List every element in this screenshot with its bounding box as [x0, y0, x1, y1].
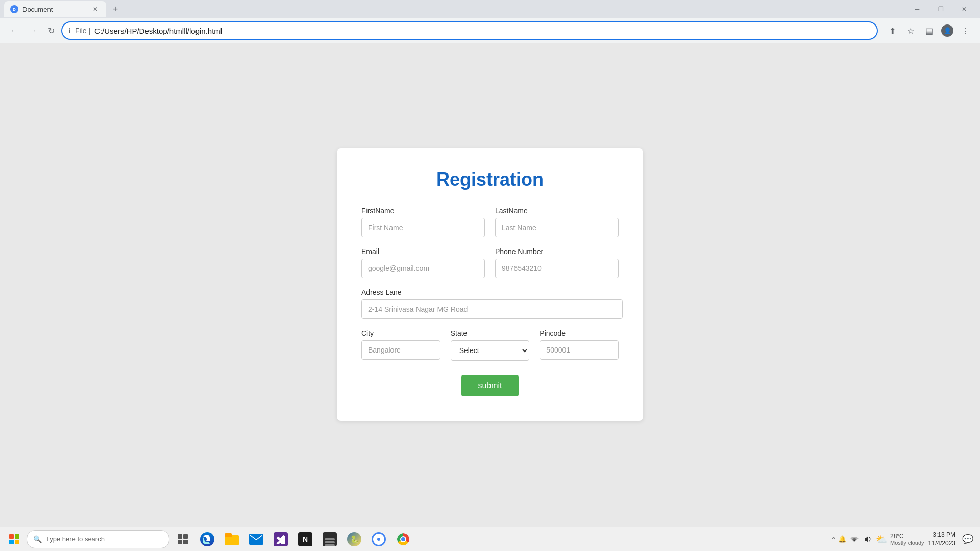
weather-widget: 🔔	[838, 535, 846, 543]
first-name-group: FirstName	[361, 207, 485, 237]
form-title: Registration	[361, 169, 619, 190]
taskbar-vscode-icon[interactable]	[270, 528, 292, 550]
phone-label: Phone Number	[495, 247, 619, 256]
city-input[interactable]	[361, 340, 440, 360]
city-label: City	[361, 329, 440, 337]
temperature: 28°C	[890, 533, 924, 540]
city-state-pincode-row: City State Select Andhra Pradesh Karnata…	[361, 329, 619, 361]
tab-close-button[interactable]: ✕	[91, 5, 100, 14]
taskbar-chrome-icon-1[interactable]	[368, 528, 390, 550]
sidebar-icon[interactable]: ▤	[921, 22, 937, 39]
minimize-button[interactable]: ─	[905, 0, 929, 18]
registration-form-card: Registration FirstName LastName Email Ph…	[337, 148, 643, 421]
bookmark-icon[interactable]: ☆	[902, 22, 919, 39]
maximize-button[interactable]: ❐	[929, 0, 952, 18]
url-text: C:/Users/HP/Desktop/htmlll/login.html	[94, 27, 871, 35]
taskbar-notepad-icon[interactable]: N	[294, 528, 316, 550]
tab-title: Document	[22, 6, 53, 13]
address-group: Adress Lane	[361, 288, 619, 319]
svg-text:D: D	[13, 7, 16, 12]
last-name-input[interactable]	[495, 218, 619, 237]
windows-logo	[9, 534, 19, 544]
taskbar-search-icon: 🔍	[33, 535, 42, 543]
name-row: FirstName LastName	[361, 207, 619, 237]
submit-row: submit	[361, 375, 619, 396]
phone-group: Phone Number	[495, 247, 619, 278]
share-icon[interactable]: ⬆	[884, 22, 900, 39]
system-clock[interactable]: 3:13 PM 11/4/2023	[928, 531, 955, 548]
toolbar-right: ⬆ ☆ ▤ 👤 ⋮	[884, 22, 974, 39]
security-icon: ℹ	[68, 27, 71, 35]
weather-description: Mostly cloudy	[890, 540, 924, 546]
pincode-label: Pincode	[540, 329, 619, 337]
task-view-button[interactable]	[172, 528, 194, 550]
svg-rect-3	[183, 534, 188, 539]
taskbar-right: ^ 🔔 ⛅ 28°C Mostly cloudy	[832, 531, 976, 548]
weather-info: ⛅ 28°C Mostly cloudy	[876, 533, 924, 546]
state-group: State Select Andhra Pradesh Karnataka Ta…	[451, 329, 530, 361]
address-row: Adress Lane	[361, 288, 619, 319]
taskbar-dark-app-icon[interactable]	[318, 528, 341, 550]
network-icon[interactable]	[849, 534, 860, 544]
window-controls: ─ ❐ ✕	[905, 0, 976, 18]
tray-expand-button[interactable]: ^	[832, 536, 835, 543]
notification-center-button[interactable]: 💬	[960, 531, 976, 547]
close-button[interactable]: ✕	[952, 0, 976, 18]
refresh-button[interactable]: ↻	[43, 22, 59, 39]
last-name-label: LastName	[495, 207, 619, 215]
start-button[interactable]	[4, 529, 24, 549]
clock-time: 3:13 PM	[928, 531, 955, 539]
last-name-group: LastName	[495, 207, 619, 237]
browser-toolbar: ← → ↻ ℹ File | C:/Users/HP/Desktop/htmll…	[0, 18, 980, 43]
state-select[interactable]: Select Andhra Pradesh Karnataka Tamil Na…	[451, 340, 530, 361]
volume-icon[interactable]	[863, 534, 873, 544]
first-name-label: FirstName	[361, 207, 485, 215]
email-label: Email	[361, 247, 485, 256]
city-group: City	[361, 329, 440, 361]
new-tab-button[interactable]: +	[108, 2, 122, 16]
forward-button[interactable]: →	[24, 22, 41, 39]
taskbar-chrome-icon-2[interactable]	[392, 528, 414, 550]
svg-rect-4	[178, 540, 182, 544]
email-input[interactable]	[361, 259, 485, 278]
taskbar-edge-icon[interactable]	[196, 528, 218, 550]
page-content: Registration FirstName LastName Email Ph…	[0, 43, 980, 527]
email-phone-row: Email Phone Number	[361, 247, 619, 278]
start-square-4	[15, 540, 19, 544]
taskbar-search-bar[interactable]: 🔍 Type here to search	[27, 530, 169, 548]
svg-rect-2	[178, 534, 182, 539]
browser-tab[interactable]: D Document ✕	[4, 1, 106, 17]
menu-icon[interactable]: ⋮	[958, 22, 974, 39]
state-label: State	[451, 329, 530, 337]
start-square-1	[9, 534, 14, 539]
svg-rect-5	[183, 540, 188, 544]
taskbar-python-icon[interactable]: 🐍	[343, 528, 365, 550]
email-group: Email	[361, 247, 485, 278]
taskbar-file-explorer-icon[interactable]	[220, 528, 243, 550]
address-bar[interactable]: ℹ File | C:/Users/HP/Desktop/htmlll/logi…	[61, 21, 878, 40]
title-bar: D Document ✕ + ─ ❐ ✕	[0, 0, 980, 18]
browser-chrome: D Document ✕ + ─ ❐ ✕ ← → ↻ ℹ File | C:/U…	[0, 0, 980, 43]
taskbar-mail-icon[interactable]	[245, 528, 267, 550]
taskbar: 🔍 Type here to search	[0, 527, 980, 551]
taskbar-search-text: Type here to search	[46, 535, 105, 543]
start-square-3	[9, 540, 14, 544]
first-name-input[interactable]	[361, 218, 485, 237]
notification-icon: 🔔	[838, 535, 846, 543]
back-button[interactable]: ←	[6, 22, 22, 39]
submit-button[interactable]: submit	[461, 375, 518, 396]
pincode-group: Pincode	[540, 329, 619, 361]
address-label: Adress Lane	[361, 288, 619, 296]
phone-input[interactable]	[495, 259, 619, 278]
tab-favicon: D	[10, 5, 18, 13]
pincode-input[interactable]	[540, 340, 619, 360]
system-tray: ^ 🔔 ⛅ 28°C Mostly cloudy	[832, 533, 924, 546]
file-prefix: File |	[75, 27, 90, 35]
profile-icon[interactable]: 👤	[939, 22, 955, 39]
clock-date: 11/4/2023	[928, 539, 955, 548]
address-input[interactable]	[361, 299, 623, 319]
start-square-2	[15, 534, 19, 539]
weather-text: 28°C Mostly cloudy	[890, 533, 924, 546]
